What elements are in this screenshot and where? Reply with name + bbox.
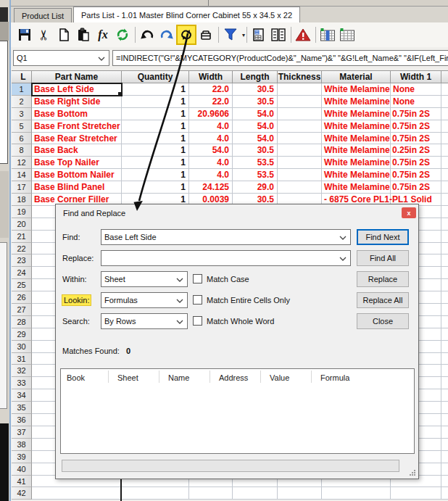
cell-name[interactable]: Base Bottom xyxy=(32,108,122,120)
cell-width[interactable] xyxy=(189,487,233,500)
cell-material[interactable]: White Melamine 0.75in 2S xyxy=(322,120,391,133)
row-header-38[interactable]: 38 xyxy=(12,439,32,451)
row-header-29[interactable]: 29 xyxy=(12,328,32,341)
cell-thickness[interactable] xyxy=(278,133,322,145)
chevron-down-icon[interactable] xyxy=(176,296,187,305)
cell-length[interactable] xyxy=(233,487,278,500)
filter-dropdown-icon[interactable]: ▾ xyxy=(242,32,245,38)
row-header-30[interactable]: 30 xyxy=(12,341,32,353)
cell-length[interactable]: 53.5 xyxy=(233,169,278,181)
results-column-formula[interactable]: Formula xyxy=(320,373,349,382)
match-whole-word-checkbox[interactable] xyxy=(193,316,202,326)
row-header-18[interactable]: 18 xyxy=(12,194,32,206)
cell-filler[interactable] xyxy=(441,96,448,108)
cell-qty[interactable] xyxy=(122,487,189,500)
resize-grip-icon[interactable] xyxy=(409,469,416,476)
refresh-icon[interactable] xyxy=(114,26,131,44)
cell-filler[interactable] xyxy=(441,487,448,500)
cell-filler[interactable] xyxy=(441,377,448,389)
cell-material[interactable]: White Melamine 0.75in 2S xyxy=(322,181,391,194)
cell-material[interactable]: White Melamine 0.75in 2S xyxy=(322,133,391,145)
cell-width[interactable]: 24.125 xyxy=(189,181,233,194)
format-pot-icon[interactable] xyxy=(197,26,215,44)
fill-handle[interactable] xyxy=(118,92,122,96)
row-header-31[interactable]: 31 xyxy=(12,353,32,365)
cell-qty[interactable]: 1 xyxy=(122,120,189,133)
row-header-34[interactable]: 34 xyxy=(12,389,32,402)
cell-filler[interactable] xyxy=(441,254,448,267)
cell-filler[interactable] xyxy=(441,439,448,451)
row-header-40[interactable]: 40 xyxy=(12,463,32,476)
row-header-6[interactable]: 6 xyxy=(12,133,32,145)
row-header-26[interactable]: 26 xyxy=(12,291,32,304)
find-replace-icon[interactable] xyxy=(178,26,195,44)
row-header-33[interactable]: 33 xyxy=(12,377,32,389)
row-header-14[interactable]: 14 xyxy=(12,169,32,181)
replace-button[interactable]: Replace xyxy=(357,271,409,287)
cell-name[interactable]: Base Left Side xyxy=(32,83,122,96)
tab-parts-list[interactable]: Parts List - 1.01 Master Blind Corner Ca… xyxy=(73,7,300,22)
cell-thickness[interactable] xyxy=(278,120,322,133)
cell-qty[interactable]: 1 xyxy=(122,133,189,145)
cell-filler[interactable] xyxy=(441,476,448,488)
cell-filler[interactable] xyxy=(441,316,448,328)
cell-name[interactable]: Base Blind Panel xyxy=(32,181,122,194)
cell-length[interactable]: 30.5 xyxy=(233,83,278,96)
cell-thickness[interactable] xyxy=(278,157,322,169)
cell-material[interactable]: White Melamine xyxy=(322,96,391,108)
cell-material[interactable]: White Melamine 0.75in 2S xyxy=(322,169,391,181)
column-header-material[interactable]: Material xyxy=(322,71,391,83)
column-header-length[interactable]: Length xyxy=(233,71,278,83)
cell-width[interactable]: 4.0 xyxy=(189,133,233,145)
cell-filler[interactable] xyxy=(441,181,448,194)
cell-width[interactable]: 54.0 xyxy=(189,144,233,157)
results-list[interactable]: BookSheetNameAddressValueFormula xyxy=(60,368,415,454)
close-icon[interactable]: x xyxy=(402,207,416,218)
row-header-20[interactable]: 20 xyxy=(12,218,32,231)
paste-icon[interactable] xyxy=(75,26,92,44)
cell-length[interactable]: 29.0 xyxy=(233,181,278,194)
results-column-name[interactable]: Name xyxy=(168,373,189,382)
table-plain-icon[interactable] xyxy=(339,26,356,44)
row-header-5[interactable]: 5 xyxy=(12,120,32,133)
table-highlight-icon[interactable] xyxy=(319,26,336,44)
match-entire-cells-checkbox[interactable] xyxy=(193,295,202,305)
cell-filler[interactable] xyxy=(441,144,448,157)
cell-qty[interactable]: 1 xyxy=(122,181,189,194)
cell-material[interactable]: White Melamine 0.75in 2S xyxy=(322,157,391,169)
cell-filler[interactable] xyxy=(441,133,448,145)
row-header-39[interactable]: 39 xyxy=(12,451,32,463)
find-input[interactable]: Base Left Side xyxy=(101,229,351,245)
row-header-41[interactable]: 41 xyxy=(12,476,32,488)
cell-filler[interactable] xyxy=(441,83,448,96)
cell-width[interactable]: 4.0 xyxy=(189,169,233,181)
within-dropdown[interactable]: Sheet xyxy=(101,271,188,287)
find-all-button[interactable]: Find All xyxy=(357,250,409,266)
error-check-icon[interactable] xyxy=(294,26,312,44)
row-header-21[interactable]: 21 xyxy=(12,231,32,243)
cell-qty[interactable]: 1 xyxy=(122,96,189,108)
cell-filler[interactable] xyxy=(441,426,448,439)
cell-filler[interactable] xyxy=(441,353,448,365)
column-header-width[interactable]: Width xyxy=(189,71,233,83)
column-header-part-name[interactable]: Part Name xyxy=(32,71,122,83)
cell-material[interactable]: White Melamine 0.25in 2S xyxy=(322,144,391,157)
tab-product-list[interactable]: Product List xyxy=(14,8,72,22)
column-header-quantity[interactable]: Quantity xyxy=(122,71,189,83)
close-button[interactable]: Close xyxy=(357,313,409,329)
row-header-27[interactable]: 27 xyxy=(12,304,32,316)
cell-material[interactable]: White Melamine xyxy=(322,83,391,96)
cell-filler[interactable] xyxy=(441,120,448,133)
cut-icon[interactable]: ✂ xyxy=(36,26,53,44)
column-header-thickness[interactable]: Thickness xyxy=(278,71,322,83)
cell-name[interactable] xyxy=(32,487,122,500)
row-header-35[interactable]: 35 xyxy=(12,402,32,414)
cell-filler[interactable] xyxy=(441,291,448,304)
chevron-down-icon[interactable] xyxy=(339,254,350,262)
chevron-down-icon[interactable] xyxy=(176,275,187,283)
cell-thickness[interactable] xyxy=(278,487,322,500)
cell-filler[interactable] xyxy=(441,389,448,402)
cell-filler[interactable] xyxy=(441,157,448,169)
replace-input[interactable] xyxy=(101,250,351,266)
cell-filler[interactable] xyxy=(441,206,448,218)
